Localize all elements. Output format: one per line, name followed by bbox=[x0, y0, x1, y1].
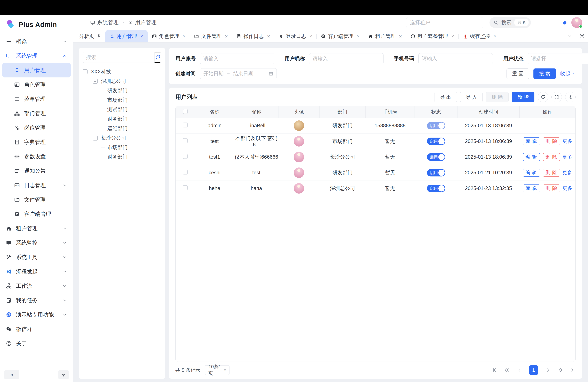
tree-node-深圳总公司[interactable]: 深圳总公司 bbox=[93, 76, 161, 86]
tree-node-XXX科技[interactable]: XXX科技 bbox=[83, 67, 161, 76]
tab-操作日志[interactable]: 操作日志× bbox=[232, 30, 274, 42]
tab-租户管理[interactable]: 租户管理× bbox=[364, 30, 406, 42]
tree-collapse-icon[interactable] bbox=[93, 136, 98, 141]
status-toggle[interactable]: 启用 bbox=[427, 185, 445, 192]
tree-leaf-市场部门[interactable]: 市场部门 bbox=[101, 95, 161, 105]
sidebar-item-概览[interactable]: 概览 bbox=[2, 34, 71, 49]
date-range-picker[interactable]: 开始日期结束日期 bbox=[200, 68, 277, 79]
delete-button[interactable]: 删 除 bbox=[543, 169, 560, 177]
tree-leaf-市场部门[interactable]: 市场部门 bbox=[101, 143, 161, 152]
row-checkbox[interactable] bbox=[183, 185, 188, 190]
tree-leaf-财务部门[interactable]: 财务部门 bbox=[101, 114, 161, 124]
more-button[interactable]: 更多 bbox=[563, 138, 572, 145]
sidebar-item-系统监控[interactable]: 系统监控 bbox=[2, 236, 71, 250]
table-refresh-button[interactable] bbox=[538, 92, 548, 102]
sidebar-item-流程发起[interactable]: 流程发起 bbox=[2, 264, 71, 279]
sidebar-item-文件管理[interactable]: 文件管理 bbox=[2, 192, 71, 207]
sidebar-item-客户端管理[interactable]: 客户端管理 bbox=[2, 207, 71, 221]
select-all-checkbox[interactable] bbox=[183, 109, 188, 114]
delete-button[interactable]: 删 除 bbox=[543, 185, 560, 192]
row-checkbox[interactable] bbox=[183, 170, 188, 174]
toolbar-button-导入[interactable]: 导 入 bbox=[460, 92, 483, 102]
status-toggle[interactable]: 启用 bbox=[427, 169, 445, 176]
sidebar-item-租户管理[interactable]: 租户管理 bbox=[2, 221, 71, 236]
edit-button[interactable]: 编 辑 bbox=[523, 137, 540, 145]
tree-leaf-财务部门[interactable]: 财务部门 bbox=[101, 152, 161, 162]
tab-登录日志[interactable]: 登录日志× bbox=[274, 30, 317, 42]
tab-租户套餐管理[interactable]: 租户套餐管理× bbox=[406, 30, 459, 42]
more-button[interactable]: 更多 bbox=[563, 185, 572, 192]
toolbar-button-新增[interactable]: 新 增 bbox=[512, 92, 534, 102]
more-button[interactable]: 更多 bbox=[563, 170, 572, 176]
sidebar-item-演示站专用功能[interactable]: 演示站专用功能 bbox=[2, 307, 71, 322]
tree-search-input[interactable] bbox=[83, 52, 154, 63]
sidebar-item-系统管理[interactable]: 系统管理 bbox=[2, 49, 71, 63]
tab-文件管理[interactable]: 文件管理× bbox=[190, 30, 232, 42]
edit-button[interactable]: 编 辑 bbox=[523, 169, 540, 177]
user-avatar[interactable] bbox=[571, 17, 582, 28]
table-expand-button[interactable] bbox=[551, 92, 562, 102]
sidebar-item-字典管理[interactable]: 字典管理 bbox=[2, 135, 71, 149]
tabs-dropdown-button[interactable] bbox=[563, 30, 576, 42]
row-checkbox[interactable] bbox=[183, 138, 188, 143]
edit-button[interactable]: 编 辑 bbox=[523, 185, 540, 192]
sidebar-pin-button[interactable] bbox=[58, 370, 69, 379]
app-logo[interactable]: Plus Admin bbox=[0, 15, 73, 34]
tab-close-icon[interactable]: × bbox=[399, 34, 402, 39]
tab-close-icon[interactable]: × bbox=[225, 34, 228, 39]
table-gear-button[interactable] bbox=[565, 92, 576, 102]
tab-close-icon[interactable]: × bbox=[183, 34, 186, 39]
tree-leaf-研发部门[interactable]: 研发部门 bbox=[101, 86, 161, 95]
tab-角色管理[interactable]: 角色管理× bbox=[148, 30, 190, 42]
sidebar-item-通知公告[interactable]: 通知公告 bbox=[2, 164, 71, 178]
delete-button[interactable]: 删 除 bbox=[543, 153, 560, 161]
tree-leaf-测试部门[interactable]: 测试部门 bbox=[101, 105, 161, 114]
reset-button[interactable]: 重 置 bbox=[506, 68, 529, 79]
tab-close-icon[interactable]: × bbox=[451, 34, 454, 39]
sidebar-item-用户管理[interactable]: 用户管理 bbox=[2, 63, 71, 77]
sidebar-item-微信群[interactable]: 微信群 bbox=[2, 322, 71, 336]
status-toggle[interactable]: 启用 bbox=[427, 153, 445, 161]
sidebar-item-我的任务[interactable]: 我的任务 bbox=[2, 293, 71, 307]
more-button[interactable]: 更多 bbox=[563, 154, 572, 160]
row-checkbox[interactable] bbox=[183, 123, 188, 127]
breadcrumb-item[interactable]: 系统管理 bbox=[90, 19, 119, 26]
sidebar-item-参数设置[interactable]: 参数设置 bbox=[2, 149, 71, 164]
tab-客户端管理[interactable]: 客户端管理× bbox=[316, 30, 364, 42]
status-toggle[interactable]: 启用 bbox=[427, 138, 445, 145]
status-toggle[interactable]: 启用 bbox=[427, 122, 445, 129]
tab-分析页[interactable]: 分析页 bbox=[75, 30, 105, 42]
search-button[interactable]: 搜 索 bbox=[533, 68, 556, 79]
toolbar-button-导出[interactable]: 导 出 bbox=[434, 92, 457, 102]
sidebar-item-部门管理[interactable]: 部门管理 bbox=[2, 106, 71, 121]
edit-button[interactable]: 编 辑 bbox=[523, 153, 540, 161]
tree-leaf-运维部门[interactable]: 运维部门 bbox=[101, 124, 161, 133]
current-page[interactable]: 1 bbox=[529, 365, 538, 375]
sidebar-item-菜单管理[interactable]: 菜单管理 bbox=[2, 92, 71, 106]
用户账号-input[interactable]: 请输入 bbox=[200, 53, 274, 64]
delete-button[interactable]: 删 除 bbox=[543, 137, 560, 145]
sidebar-item-日志管理[interactable]: DEV日志管理 bbox=[2, 178, 71, 192]
row-checkbox[interactable] bbox=[183, 154, 188, 159]
tab-close-icon[interactable]: × bbox=[494, 34, 497, 39]
用户昵称-input[interactable]: 请输入 bbox=[309, 53, 383, 64]
content-screenshot-button[interactable] bbox=[576, 30, 588, 42]
collapse-filters-link[interactable]: 收起 bbox=[560, 70, 576, 77]
sidebar-item-关于[interactable]: 关于 bbox=[2, 336, 71, 351]
sidebar-item-角色管理[interactable]: 角色管理 bbox=[2, 77, 71, 92]
page-size-select[interactable]: 10条/页▼ bbox=[205, 365, 230, 375]
global-search[interactable]: 搜索 ⌘ K bbox=[489, 17, 531, 28]
tab-缓存监控[interactable]: redis缓存监控× bbox=[459, 30, 501, 42]
sidebar-item-岗位管理[interactable]: 岗位管理 bbox=[2, 121, 71, 135]
breadcrumb-item[interactable]: 用户管理 bbox=[128, 19, 156, 26]
tree-node-长沙分公司[interactable]: 长沙分公司 bbox=[93, 133, 161, 143]
sidebar-item-系统工具[interactable]: 系统工具 bbox=[2, 250, 71, 264]
toolbar-button-删除[interactable]: 删 除 bbox=[486, 92, 508, 102]
tab-close-icon[interactable]: × bbox=[140, 34, 143, 39]
tab-close-icon[interactable]: × bbox=[357, 34, 360, 39]
tree-collapse-icon[interactable] bbox=[93, 79, 98, 84]
手机号码-input[interactable]: 请输入 bbox=[419, 53, 493, 64]
sidebar-item-工作流[interactable]: 工作流 bbox=[2, 279, 71, 293]
tenant-select-input[interactable] bbox=[406, 17, 483, 28]
用户状态-select[interactable]: 请选择∨ bbox=[528, 53, 588, 64]
